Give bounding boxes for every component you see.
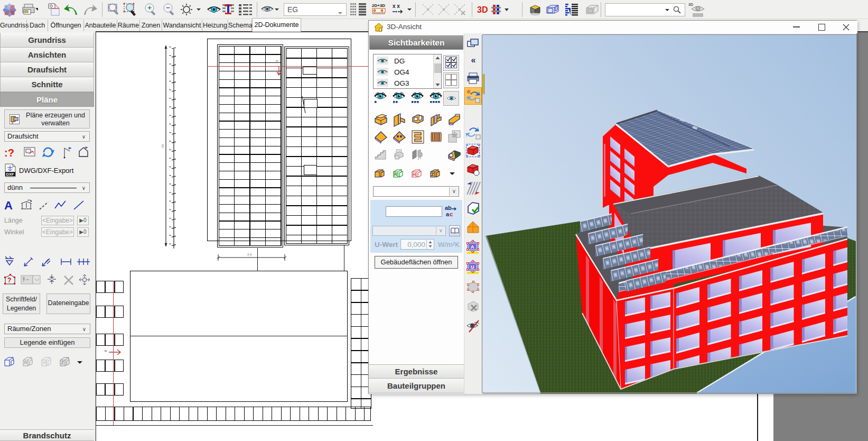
svg-text:A: A [4, 199, 13, 212]
svg-text:U: U [471, 264, 474, 270]
svg-text:R: R [394, 172, 397, 177]
svg-text:−: − [166, 4, 170, 12]
svg-text:Z: Z [431, 172, 434, 177]
svg-text:ab: ab [445, 205, 452, 211]
svg-text:325: 325 [162, 144, 164, 148]
svg-text:a: a [446, 211, 450, 217]
svg-text:c: c [450, 211, 453, 217]
svg-text:H: H [43, 360, 46, 365]
svg-text:A: A [471, 244, 474, 250]
svg-text:3D: 3D [688, 3, 693, 6]
svg-text:3D: 3D [477, 5, 488, 14]
svg-text:?: ? [7, 277, 11, 284]
svg-text:DXF: DXF [6, 172, 14, 177]
svg-text:H: H [413, 172, 416, 177]
svg-text:x x: x x [393, 3, 400, 9]
svg-text:✻: ✻ [466, 89, 471, 95]
svg-text:7,7: 7,7 [247, 253, 252, 256]
svg-text:Z: Z [61, 360, 64, 365]
svg-text::?: :? [4, 147, 14, 159]
svg-text:+: + [147, 4, 152, 12]
svg-text:2D+3D: 2D+3D [372, 3, 385, 8]
svg-text:R: R [24, 360, 28, 365]
